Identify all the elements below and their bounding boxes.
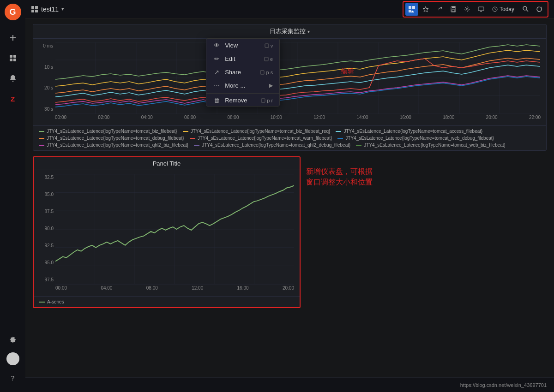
- legend-item-3: JTY4_sEsLatence_Latence{logTypeName=tomc…: [39, 136, 184, 141]
- svg-line-27: [526, 10, 528, 12]
- menu-more-label: More ...: [225, 82, 245, 89]
- legend-item-0: JTY4_sEsLatence_Latence{logTypeName=tomc…: [39, 129, 177, 134]
- menu-view[interactable]: 👁 View v: [206, 39, 279, 52]
- menu-remove[interactable]: 🗑 Remove p r: [206, 95, 279, 106]
- panel-2-legend: A-series: [34, 296, 300, 307]
- legend-color-8: [356, 145, 361, 146]
- annotation-subtitle: 窗口调整大小和位置: [306, 178, 373, 187]
- svg-rect-11: [412, 6, 415, 9]
- share-icon-menu: ↗: [213, 69, 220, 76]
- time-range-label: Today: [500, 6, 514, 12]
- svg-rect-28: [265, 44, 269, 48]
- menu-share[interactable]: ↗ Share p s: [206, 65, 279, 79]
- settings-button[interactable]: [461, 3, 474, 16]
- panel-2-legend-color-0: [39, 302, 45, 303]
- svg-rect-2: [10, 55, 12, 58]
- panel-2-chart-area: 97.5 95.0 92.5 90.0 87.5 85.0 82.5: [34, 170, 300, 296]
- legend-color-0: [39, 131, 44, 132]
- legend-item-7: JTY4_sEsLatence_Latence{logTypeName=tomc…: [194, 143, 350, 148]
- svg-rect-4: [10, 59, 12, 61]
- legend-color-3: [39, 138, 44, 139]
- sidebar-item-add[interactable]: [5, 30, 21, 46]
- svg-rect-20: [478, 7, 484, 11]
- svg-rect-17: [452, 6, 455, 8]
- more-icon: ⋯: [213, 82, 220, 89]
- panel-1-legend: JTY4_sEsLatence_Latence{logTypeName=tomc…: [33, 125, 546, 150]
- svg-rect-6: [31, 6, 34, 9]
- panel-2-svg: [55, 174, 294, 285]
- app-logo[interactable]: G: [5, 4, 21, 20]
- empty-space: [33, 314, 547, 350]
- edit-annotation: 编辑: [341, 67, 354, 76]
- context-menu: 👁 View v ✏ Edit e ↗: [206, 38, 280, 107]
- legend-color-1: [183, 131, 188, 132]
- svg-rect-29: [265, 57, 268, 61]
- avatar[interactable]: [6, 352, 19, 365]
- add-panel-button[interactable]: [405, 3, 418, 16]
- sidebar-item-zabbix[interactable]: Z: [5, 90, 21, 107]
- svg-point-19: [466, 8, 468, 10]
- panel-1-y-axis: 30 s 20 s 10 s 0 ms: [39, 42, 55, 120]
- legend-color-4: [190, 138, 195, 139]
- trash-icon: 🗑: [213, 97, 220, 104]
- svg-rect-18: [452, 10, 455, 12]
- panel-1-chart-body: 00:00 02:00 04:00 06:00 08:00 10:00 12:0…: [55, 42, 541, 120]
- menu-edit[interactable]: ✏ Edit e: [206, 52, 279, 65]
- panel-1-x-axis: 00:00 02:00 04:00 06:00 08:00 10:00 12:0…: [55, 114, 541, 120]
- svg-point-26: [523, 6, 527, 10]
- panel-2-title: Panel Title: [153, 160, 181, 167]
- sidebar-item-help[interactable]: ?: [5, 370, 21, 386]
- menu-edit-label: Edit: [225, 55, 235, 62]
- search-button[interactable]: [519, 3, 532, 16]
- legend-item-4: JTY4_sEsLatence_Latence{logTypeName=tomc…: [190, 136, 332, 141]
- menu-remove-label: Remove: [225, 97, 247, 104]
- panel-1-chart-area: 30 s 20 s 10 s 0 ms: [33, 39, 546, 125]
- dashboard: 日志采集监控 ▾ 👁 View v ✏ Edit: [25, 18, 554, 377]
- svg-rect-30: [260, 71, 264, 74]
- grid-icon: [31, 6, 38, 13]
- svg-rect-31: [261, 99, 265, 102]
- sidebar: G Z ?: [0, 0, 25, 392]
- menu-divider: [206, 93, 279, 94]
- svg-marker-15: [423, 6, 428, 12]
- panel-2-x-axis: 00:00 04:00 08:00 12:00 16:00 20:00: [55, 285, 294, 291]
- panel-row-2: Panel Title 97.5 95.0 92.5 90.0 87.5 85.…: [33, 156, 547, 314]
- legend-item-8: JTY4_sEsLatence_Latence{logTypeName=tomc…: [356, 143, 506, 148]
- time-range-button[interactable]: Today: [488, 3, 518, 16]
- refresh-button[interactable]: [533, 3, 546, 16]
- dashboard-chevron: ▾: [61, 6, 64, 12]
- legend-color-2: [336, 131, 341, 132]
- panel-1-title: 日志采集监控: [270, 27, 306, 36]
- panel-2-legend-label-0: A-series: [47, 299, 64, 304]
- menu-view-label: View: [225, 42, 238, 49]
- sidebar-item-settings[interactable]: [5, 331, 21, 348]
- save-button[interactable]: [447, 3, 460, 16]
- topbar-title: test11 ▾: [31, 6, 64, 13]
- share-button[interactable]: [433, 3, 446, 16]
- menu-more[interactable]: ⋯ More ... ▶: [206, 79, 279, 92]
- legend-item-6: JTY4_sEsLatence_Latence{logTypeName=tomc…: [39, 143, 188, 148]
- svg-rect-3: [13, 55, 16, 58]
- view-icon: 👁: [213, 42, 220, 49]
- edit-shortcut: e: [264, 56, 273, 62]
- topbar: test11 ▾ Today: [25, 0, 554, 18]
- legend-item-5: JTY4_sEsLatence_Latence{logTypeName=tomc…: [337, 136, 494, 141]
- svg-rect-9: [35, 10, 38, 12]
- svg-rect-12: [409, 10, 411, 12]
- panel-1-chevron: ▾: [307, 29, 310, 34]
- sidebar-item-dashboard[interactable]: [5, 50, 21, 66]
- footer: https://blog.csdn.net/weixin_43697701: [25, 377, 554, 392]
- sidebar-item-alerts[interactable]: [5, 70, 21, 87]
- topbar-actions: Today: [403, 1, 548, 18]
- star-button[interactable]: [419, 3, 432, 16]
- svg-rect-5: [13, 59, 16, 61]
- panel-2-y-axis: 97.5 95.0 92.5 90.0 87.5 85.0 82.5: [39, 174, 55, 291]
- svg-rect-14: [411, 12, 414, 12]
- share-shortcut: p s: [260, 70, 273, 75]
- view-shortcut: v: [265, 43, 273, 48]
- tv-button[interactable]: [475, 3, 488, 16]
- panel-1-svg: [55, 42, 541, 114]
- legend-color-7: [194, 145, 199, 146]
- panel-2-chart-body: 00:00 04:00 08:00 12:00 16:00 20:00: [55, 174, 294, 291]
- panel-2-header: Panel Title: [34, 157, 300, 170]
